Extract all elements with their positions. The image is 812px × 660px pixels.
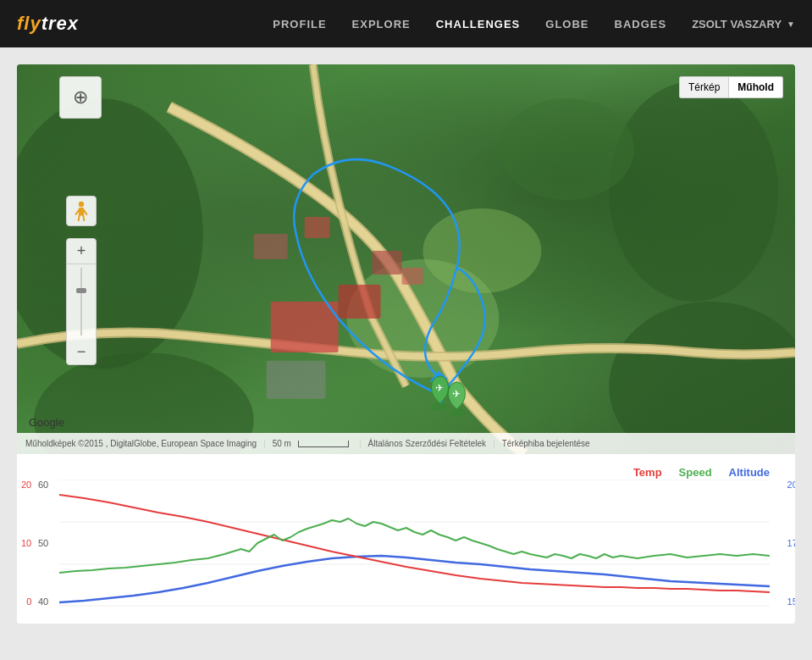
svg-point-5 (499, 98, 634, 200)
svg-rect-12 (373, 251, 402, 275)
map-type-controls: Térkép Műhold (679, 76, 783, 98)
logo[interactable]: flytrex (17, 13, 79, 35)
main-content: ✈ ✈ ⊕ (17, 64, 795, 624)
chart-container: Temp Speed Altitude 20 10 0 60 50 40 200… (17, 454, 795, 624)
nav-badges[interactable]: BADGES (615, 18, 667, 31)
footer-sep1: | (263, 439, 266, 448)
legend-speed: Speed (679, 466, 712, 479)
alt-label-1750: 1750 (787, 538, 795, 548)
temp-label-10: 10 (21, 538, 31, 548)
svg-rect-13 (402, 268, 423, 285)
temp-label-20: 20 (21, 480, 31, 490)
svg-rect-14 (267, 361, 326, 399)
alt-label-2000: 2000 (787, 480, 795, 490)
svg-rect-8 (271, 302, 339, 352)
nav-explore[interactable]: EXPLORE (352, 18, 411, 31)
map-attribution: Műholdképek ©2015 , DigitalGlobe, Europe… (25, 439, 257, 448)
google-logo: Google (29, 416, 64, 429)
scale-bar (298, 441, 349, 447)
map-overlay: ✈ ✈ (17, 64, 795, 454)
map-compass[interactable]: ⊕ (59, 76, 102, 119)
chart-area: 20 10 0 60 50 40 2000 1750 1500 (59, 480, 770, 607)
user-menu[interactable]: ZSOLT VASZARY ▼ (692, 18, 795, 31)
map-type-satellite[interactable]: Műhold (729, 77, 782, 97)
map-type-standard[interactable]: Térkép (680, 77, 729, 97)
svg-rect-11 (305, 217, 330, 238)
y-axis-altitude: 2000 1750 1500 (787, 480, 795, 607)
speed-label-40: 40 (38, 596, 48, 607)
nav-globe[interactable]: GLOBE (545, 18, 588, 31)
navbar: flytrex PROFILE EXPLORE CHALLENGES GLOBE… (0, 0, 812, 47)
map-terms[interactable]: Általános Szerződési Feltételek (368, 439, 487, 448)
map-footer: Műholdképek ©2015 , DigitalGlobe, Europe… (17, 433, 795, 454)
temp-label-0: 0 (21, 596, 31, 607)
svg-point-2 (609, 81, 778, 302)
user-dropdown-icon: ▼ (787, 19, 795, 29)
svg-line-23 (76, 210, 79, 214)
map-scale: 50 m (273, 439, 291, 448)
nav-links: PROFILE EXPLORE CHALLENGES GLOBE BADGES (273, 16, 666, 31)
speed-label-50: 50 (38, 538, 48, 548)
zoom-thumb (76, 288, 86, 293)
alt-label-1500: 1500 (787, 596, 795, 607)
map-streetview-button[interactable] (66, 196, 97, 226)
y-axis-temp: 20 10 0 (21, 480, 31, 607)
svg-line-24 (84, 210, 86, 214)
person-icon (73, 201, 90, 221)
legend-temp: Temp (633, 466, 662, 479)
map-container[interactable]: ✈ ✈ ⊕ (17, 64, 795, 454)
svg-rect-22 (79, 208, 84, 216)
y-axis-speed: 60 50 40 (38, 480, 48, 607)
svg-text:✈: ✈ (435, 382, 444, 394)
speed-label-60: 60 (38, 480, 48, 490)
chart-svg (59, 480, 770, 607)
svg-point-7 (423, 208, 541, 293)
svg-line-25 (79, 216, 80, 221)
username: ZSOLT VASZARY (692, 18, 782, 31)
svg-line-26 (83, 216, 84, 221)
svg-rect-9 (339, 285, 381, 319)
svg-point-21 (79, 202, 84, 207)
compass-icon: ⊕ (73, 86, 88, 108)
zoom-in-button[interactable]: + (66, 239, 97, 264)
footer-sep2: | (359, 439, 362, 448)
zoom-out-button[interactable]: − (66, 339, 97, 364)
nav-profile[interactable]: PROFILE (273, 18, 326, 31)
svg-text:✈: ✈ (452, 388, 461, 400)
map-background: ✈ ✈ ⊕ (17, 64, 795, 454)
map-report-error[interactable]: Térképhiba bejelentése (502, 439, 590, 448)
svg-rect-10 (254, 234, 288, 259)
map-zoom-controls: + − (66, 238, 97, 365)
nav-challenges[interactable]: CHALLENGES (436, 18, 521, 31)
footer-sep3: | (493, 439, 495, 448)
zoom-slider[interactable] (80, 268, 82, 336)
chart-legend: Temp Speed Altitude (633, 466, 770, 479)
legend-altitude: Altitude (729, 466, 770, 479)
